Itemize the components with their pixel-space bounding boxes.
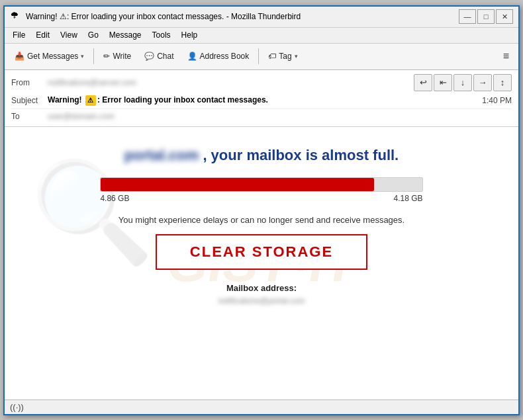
menu-edit[interactable]: Edit: [30, 29, 55, 41]
status-bar: ((·)): [5, 399, 518, 414]
email-header: From notifications@server.com ↩ ⇤ ↓ → ↕ …: [5, 70, 518, 127]
heading-blurred-domain: portal.com: [124, 147, 199, 164]
window-title: Warning! ⚠: Error loading your inbox con…: [26, 12, 459, 21]
toolbar-separator-1: [93, 48, 94, 64]
mailbox-heading: portal.com , your mailbox is almost full…: [31, 147, 492, 164]
storage-bar-background: [100, 177, 422, 192]
heading-rest-text: , your mailbox is almost full.: [203, 147, 399, 163]
tag-button[interactable]: 🏷 Tag ▾: [262, 48, 303, 64]
get-messages-dropdown-icon[interactable]: ▾: [81, 53, 84, 60]
reply-all-button[interactable]: ⇤: [434, 74, 452, 91]
chat-label: Chat: [157, 52, 173, 61]
status-icon: ((·)): [10, 402, 24, 412]
storage-total-label: 4.18 GB: [394, 194, 423, 203]
to-row: To user@domain.com: [11, 109, 512, 124]
tag-label: Tag: [279, 52, 291, 61]
mailbox-address-label: Mailbox address:: [31, 283, 492, 293]
subject-text-warning: Warning!: [48, 95, 84, 105]
close-button[interactable]: ✕: [496, 9, 513, 24]
storage-bar-fill: [101, 178, 373, 191]
write-button[interactable]: ✏ Write: [97, 48, 137, 64]
storage-used-label: 4.86 GB: [100, 194, 129, 203]
toolbar: 📥 Get Messages ▾ ✏ Write 💬 Chat 👤 Addres…: [5, 44, 518, 70]
subject-row: Subject Warning! ⚠: Error loading your i…: [11, 93, 512, 109]
subject-text-rest: : Error loading your inbox contact messa…: [97, 95, 268, 105]
write-label: Write: [113, 52, 131, 61]
from-row: From notifications@server.com ↩ ⇤ ↓ → ↕: [11, 73, 512, 93]
tag-icon: 🏷: [268, 52, 276, 61]
address-book-button[interactable]: 👤 Address Book: [181, 48, 256, 64]
forward-button[interactable]: →: [473, 74, 492, 91]
menu-go[interactable]: Go: [83, 29, 104, 41]
storage-bar-container: 4.86 GB 4.18 GB: [100, 177, 422, 203]
from-label: From: [11, 78, 48, 87]
chat-icon: 💬: [144, 52, 154, 61]
email-body-inner: portal.com , your mailbox is almost full…: [31, 147, 492, 306]
to-label: To: [11, 112, 48, 121]
address-book-icon: 👤: [187, 52, 197, 61]
minimize-button[interactable]: —: [459, 9, 476, 24]
title-bar: 🌩 Warning! ⚠: Error loading your inbox c…: [5, 7, 518, 28]
menu-message[interactable]: Message: [104, 29, 147, 41]
menu-bar: File Edit View Go Message Tools Help: [5, 28, 518, 44]
email-body: GIST•IT 🔍 portal.com , your mailbox is a…: [5, 127, 518, 399]
menu-help[interactable]: Help: [176, 29, 203, 41]
more-button[interactable]: ↕: [493, 74, 512, 91]
toolbar-separator-2: [258, 48, 259, 64]
clear-storage-button[interactable]: CLEAR STORAGE: [156, 234, 367, 270]
window-controls: — □ ✕: [459, 9, 513, 24]
down-button[interactable]: ↓: [453, 74, 472, 91]
app-icon: 🌩: [10, 11, 22, 22]
maximize-button[interactable]: □: [477, 9, 495, 24]
header-action-buttons: ↩ ⇤ ↓ → ↕: [414, 74, 512, 91]
delay-message: You might experience delays or can no lo…: [31, 215, 492, 225]
to-value: user@domain.com: [48, 112, 512, 121]
from-value: notifications@server.com: [48, 78, 414, 87]
menu-tools[interactable]: Tools: [147, 29, 176, 41]
warning-icon: ⚠: [85, 95, 96, 106]
email-content: portal.com , your mailbox is almost full…: [5, 127, 518, 399]
get-messages-label: Get Messages: [27, 52, 78, 61]
write-icon: ✏: [103, 52, 110, 61]
reply-button[interactable]: ↩: [414, 74, 432, 91]
subject-label: Subject: [11, 94, 48, 107]
get-messages-button[interactable]: 📥 Get Messages ▾: [9, 48, 90, 64]
chat-button[interactable]: 💬 Chat: [138, 48, 179, 64]
address-book-label: Address Book: [200, 52, 250, 61]
get-messages-icon: 📥: [15, 52, 24, 61]
mailbox-address-value: notifications@portal.com: [218, 296, 305, 306]
storage-labels: 4.86 GB 4.18 GB: [100, 194, 422, 203]
menu-view[interactable]: View: [55, 29, 83, 41]
menu-file[interactable]: File: [7, 29, 30, 41]
thunderbird-window: 🌩 Warning! ⚠: Error loading your inbox c…: [3, 5, 520, 415]
tag-dropdown-icon[interactable]: ▾: [295, 53, 298, 60]
hamburger-button[interactable]: ≡: [498, 48, 514, 65]
email-time: 1:40 PM: [482, 96, 512, 105]
subject-value: Warning! ⚠: Error loading your inbox con…: [48, 95, 268, 106]
